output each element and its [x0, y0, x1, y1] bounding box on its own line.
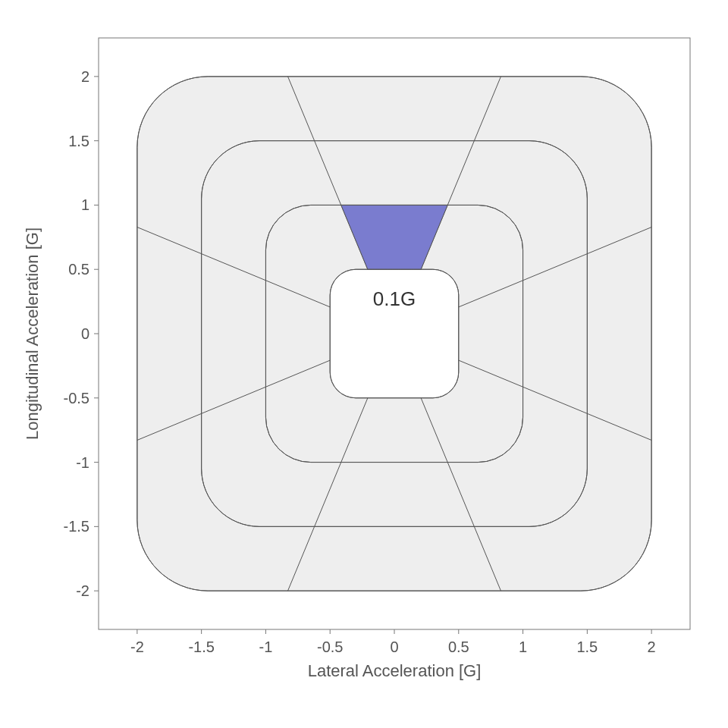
- chart-svg: -2-1.5-1-0.500.511.52-2-1.5-1-0.500.511.…: [0, 0, 728, 728]
- rings: [137, 77, 651, 591]
- x-tick-label: -0.5: [317, 639, 343, 655]
- center-label: 0.1G: [373, 287, 416, 310]
- y-axis-label: Longitudinal Acceleration [G]: [23, 228, 42, 440]
- y-tick-label: 1: [81, 196, 89, 213]
- x-tick-label: -1: [259, 639, 273, 655]
- x-tick-label: -1.5: [188, 639, 214, 655]
- x-tick-label: 0: [390, 639, 398, 655]
- x-tick-label: 0.5: [448, 639, 469, 655]
- x-axis-label: Lateral Acceleration [G]: [308, 661, 482, 680]
- gg-diagram-chart: -2-1.5-1-0.500.511.52-2-1.5-1-0.500.511.…: [0, 0, 728, 728]
- y-tick-label: -1.5: [64, 518, 89, 535]
- x-tick-label: 1.5: [576, 639, 598, 655]
- y-tick-label: 2: [81, 68, 89, 85]
- y-tick-label: -2: [76, 582, 89, 599]
- x-tick-label: 2: [648, 639, 656, 655]
- x-tick-label: 1: [519, 639, 527, 655]
- y-tick-label: -1: [76, 454, 89, 471]
- x-tick-label: -2: [130, 639, 144, 655]
- y-tick-label: 1.5: [68, 133, 89, 149]
- y-tick-label: 0.5: [68, 261, 89, 278]
- y-tick-label: 0: [81, 325, 89, 342]
- y-tick-label: -0.5: [64, 390, 89, 406]
